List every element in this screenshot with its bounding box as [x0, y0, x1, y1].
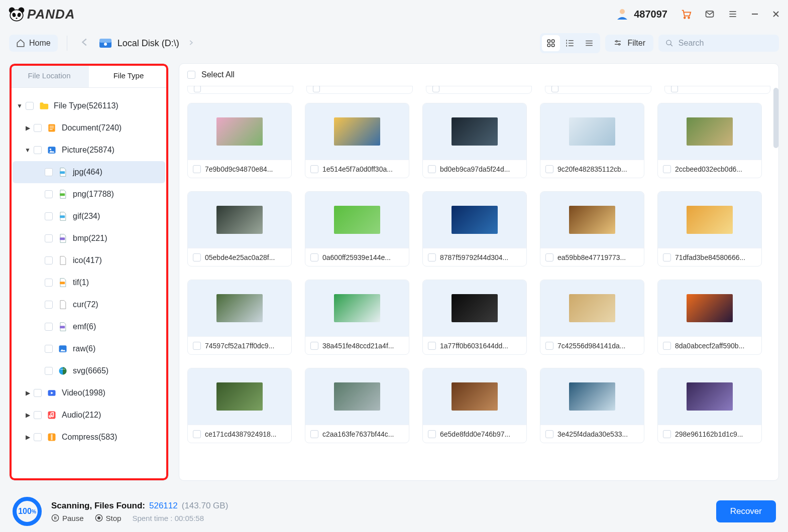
file-checkbox[interactable] [193, 430, 201, 438]
file-checkbox[interactable] [428, 430, 436, 438]
checkbox[interactable] [45, 323, 53, 331]
tree-jpg[interactable]: jpg(464) [13, 161, 165, 183]
view-detail-button[interactable] [561, 35, 579, 51]
file-card[interactable]: 7e9b0d9c94870e84... [187, 103, 292, 178]
file-card[interactable]: 2ccbeed032ecb0d6... [657, 103, 762, 178]
file-card[interactable]: 6e5de8fdd0e746b97... [422, 368, 527, 443]
file-card[interactable]: ea59bb8e47719773... [540, 191, 644, 267]
svg-rect-22 [552, 44, 554, 47]
pause-icon [51, 514, 59, 522]
checkbox[interactable] [34, 124, 42, 132]
tree-bmp[interactable]: bmp(221) [13, 227, 165, 249]
file-checkbox[interactable] [310, 430, 318, 438]
file-card[interactable]: c2aa163fe7637bf44c... [305, 368, 409, 443]
checkbox[interactable] [45, 301, 53, 309]
tree-svg[interactable]: svg(6665) [13, 360, 165, 382]
view-grid-button[interactable] [542, 35, 560, 51]
mail-icon[interactable] [705, 9, 715, 19]
checkbox[interactable] [45, 168, 53, 176]
file-card[interactable]: 7c42556d984141da... [540, 280, 644, 355]
file-checkbox[interactable] [663, 165, 671, 173]
checkbox[interactable] [34, 433, 42, 441]
view-list-button[interactable] [580, 35, 598, 51]
file-card[interactable]: bd0eb9ca97da5f24d... [422, 103, 527, 178]
tab-file-location[interactable]: File Location [10, 64, 89, 87]
file-card[interactable]: 05ebde4e25ac0a28f... [187, 191, 292, 267]
user-account[interactable]: 487097 [616, 8, 667, 21]
file-checkbox[interactable] [193, 253, 201, 261]
stop-button[interactable]: Stop [95, 514, 122, 522]
checkbox[interactable] [45, 234, 53, 242]
file-card[interactable]: 38a451fe48ccd21a4f... [305, 280, 409, 355]
checkbox[interactable] [45, 256, 53, 264]
file-checkbox[interactable] [310, 165, 318, 173]
breadcrumb[interactable]: Local Disk (D:\) [98, 38, 194, 49]
checkbox[interactable] [34, 146, 42, 154]
file-name: 9c20fe482835112cb... [557, 165, 627, 173]
tree-tif[interactable]: tif(1) [13, 272, 165, 294]
checkbox[interactable] [45, 212, 53, 220]
filter-button[interactable]: Filter [605, 35, 653, 52]
tree-raw[interactable]: raw(6) [13, 338, 165, 360]
tree-png[interactable]: png(17788) [13, 183, 165, 205]
tree-compress[interactable]: ▶Compress(583) [13, 426, 165, 448]
tree-audio[interactable]: ▶Audio(212) [13, 404, 165, 426]
file-card[interactable]: 0a600ff25939e144e... [305, 191, 409, 267]
file-card[interactable]: 71dfad3be84580666... [657, 191, 762, 267]
tree-ico[interactable]: ico(417) [13, 249, 165, 272]
tree-gif[interactable]: gif(234) [13, 205, 165, 227]
file-checkbox[interactable] [663, 253, 671, 261]
checkbox[interactable] [45, 345, 53, 353]
minimize-icon[interactable] [751, 10, 759, 18]
menu-icon[interactable] [728, 9, 738, 19]
tree-document[interactable]: ▶Document(7240) [13, 117, 165, 139]
file-card[interactable]: 8da0abcecf2aff590b... [657, 280, 762, 355]
file-checkbox[interactable] [663, 342, 671, 350]
home-button[interactable]: Home [9, 35, 58, 52]
checkbox[interactable] [45, 279, 53, 287]
back-button[interactable] [76, 34, 93, 53]
file-card[interactable]: ce171cd4387924918... [187, 368, 292, 443]
file-checkbox[interactable] [545, 165, 553, 173]
svg-rect-55 [51, 434, 52, 440]
svg-rect-40 [50, 127, 54, 128]
file-checkbox[interactable] [545, 342, 553, 350]
file-checkbox[interactable] [428, 253, 436, 261]
file-checkbox[interactable] [428, 165, 436, 173]
checkbox[interactable] [34, 389, 42, 397]
pause-button[interactable]: Pause [51, 514, 84, 522]
file-card[interactable]: 9c20fe482835112cb... [540, 103, 644, 178]
file-checkbox[interactable] [310, 253, 318, 261]
search-box[interactable] [658, 35, 779, 52]
file-checkbox[interactable] [193, 165, 201, 173]
scrollbar[interactable] [773, 88, 778, 148]
file-checkbox[interactable] [545, 430, 553, 438]
tree-root[interactable]: ▼File Type(526113) [13, 95, 165, 117]
recover-button[interactable]: Recover [716, 500, 776, 522]
checkbox[interactable] [34, 411, 42, 419]
tree-cur[interactable]: cur(72) [13, 294, 165, 316]
select-all-checkbox[interactable] [187, 71, 195, 79]
cart-icon[interactable] [681, 9, 692, 20]
tab-file-type[interactable]: File Type [89, 64, 168, 87]
file-card[interactable]: 74597cf52a17ff0dc9... [187, 280, 292, 355]
tree-video[interactable]: ▶Video(1998) [13, 382, 165, 404]
close-icon[interactable] [772, 10, 780, 18]
file-card[interactable]: 298e961162b1d1c9... [657, 368, 762, 443]
file-checkbox[interactable] [545, 253, 553, 261]
file-checkbox[interactable] [193, 342, 201, 350]
tree-emf[interactable]: emf(6) [13, 316, 165, 338]
thumbnail [188, 280, 291, 336]
checkbox[interactable] [45, 367, 53, 375]
file-checkbox[interactable] [663, 430, 671, 438]
tree-picture[interactable]: ▼Picture(25874) [13, 139, 165, 161]
checkbox[interactable] [26, 102, 34, 110]
checkbox[interactable] [45, 190, 53, 198]
file-card[interactable]: 1a77ff0b6031644dd... [422, 280, 527, 355]
file-card[interactable]: 8787f59792f44d304... [422, 191, 527, 267]
file-checkbox[interactable] [428, 342, 436, 350]
file-checkbox[interactable] [310, 342, 318, 350]
file-card[interactable]: 1e514e5f7a0d0ff30a... [305, 103, 409, 178]
search-input[interactable] [679, 39, 772, 48]
file-card[interactable]: 3e425f4dada30e533... [540, 368, 644, 443]
